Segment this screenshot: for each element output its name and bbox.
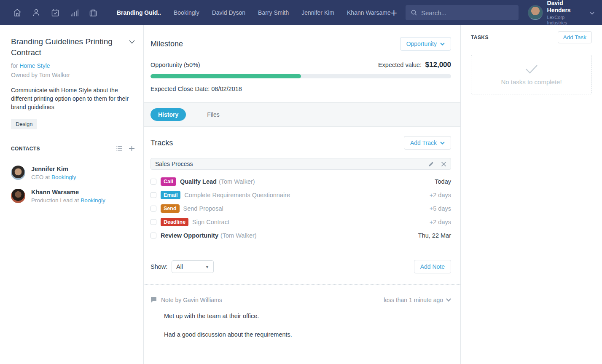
task-badge-send: Send [161, 204, 180, 213]
task-title[interactable]: Sign Contract [192, 219, 229, 225]
track-task-row: Send Send Proposal +5 days [150, 202, 451, 215]
task-badge-deadline: Deadline [161, 218, 188, 226]
remove-track-close-icon[interactable] [441, 161, 446, 167]
expected-close-date: Expected Close Date: 08/02/2018 [150, 86, 451, 92]
note-timestamp[interactable]: less than 1 minute ago [384, 297, 451, 303]
reports-icon[interactable] [69, 8, 79, 18]
contact-avatar [11, 166, 25, 180]
add-contact-icon[interactable] [129, 145, 135, 152]
nav-tab-jennifer-kim[interactable]: Jennifer Kim [301, 9, 334, 16]
contact-row-khann[interactable]: Khann Warsame Production Lead at Booking… [11, 189, 135, 203]
tasks-label: TASKS [471, 35, 558, 40]
tag-design[interactable]: Design [11, 119, 37, 129]
contacts-icon[interactable] [31, 8, 41, 18]
task-checkbox[interactable] [150, 219, 156, 225]
contact-company-link[interactable]: Bookingly [51, 174, 76, 180]
add-note-button[interactable]: Add Note [414, 260, 451, 273]
tab-history[interactable]: History [150, 108, 186, 121]
history-files-tabbar: History Files [144, 102, 460, 127]
task-badge-email: Email [161, 191, 180, 199]
show-filter-label: Show: [150, 263, 167, 270]
nav-tab-branding[interactable]: Branding Guid.. [117, 9, 161, 16]
nav-tab-barry-smith[interactable]: Barry Smith [258, 9, 289, 16]
history-feed: Note by Gavin Williams less than 1 minut… [144, 284, 460, 339]
task-title[interactable]: Complete Requirements Questionnaire [184, 192, 290, 198]
at-text: at [74, 197, 79, 203]
top-navbar: Branding Guid.. Bookingly David Dyson Ba… [0, 0, 602, 25]
task-owner: (Tom Walker) [220, 232, 257, 239]
cases-icon[interactable] [88, 8, 98, 18]
task-checkbox[interactable] [150, 233, 156, 238]
contacts-list-view-icon[interactable] [116, 146, 123, 152]
task-checkbox[interactable] [150, 206, 156, 211]
task-checkbox[interactable] [150, 192, 156, 198]
note-body: Met up with the team at their office. Ha… [164, 312, 451, 339]
collapse-chevron-down-icon[interactable] [129, 38, 135, 46]
contact-row-jennifer[interactable]: Jennifer Kim CEO at Bookingly [11, 166, 135, 180]
milestone-stage-button[interactable]: Opportunity [400, 37, 451, 51]
history-filter-row: Show: All ▼ Add Note [150, 260, 451, 284]
contact-role: CEO at Bookingly [31, 174, 76, 180]
show-filter-value: All [176, 263, 205, 270]
user-avatar [528, 5, 543, 20]
milestone-heading: Milestone [150, 40, 183, 48]
contacts-label: CONTACTS [11, 146, 110, 152]
contact-name: Khann Warsame [31, 189, 105, 195]
task-owner: (Tom Walker) [219, 178, 255, 185]
opportunity-title: Branding Guidelines Printing Contract [11, 36, 129, 58]
at-text: at [45, 174, 50, 180]
tab-files[interactable]: Files [199, 108, 227, 121]
user-name: David Henders [547, 0, 584, 14]
app-window: Branding Guid.. Bookingly David Dyson Ba… [0, 0, 602, 364]
nav-tabs: Branding Guid.. Bookingly David Dyson Ba… [117, 9, 391, 16]
task-due-date: +2 days [430, 192, 451, 198]
milestone-progress-fill [150, 74, 301, 78]
opportunity-owner: Owned by Tom Walker [11, 72, 135, 78]
user-menu[interactable]: David Henders LexCorp Industries [528, 0, 594, 26]
task-title[interactable]: Qualify Lead [180, 178, 217, 185]
note-paragraph: Had a good discussion about the requirem… [164, 330, 451, 339]
check-icon [524, 64, 539, 74]
calendar-icon[interactable] [50, 8, 60, 18]
task-due-date: Today [435, 178, 451, 185]
tasks-empty-message: No tasks to complete! [501, 78, 562, 86]
user-menu-chevron-down-icon[interactable] [590, 9, 594, 16]
nav-tab-david-dyson[interactable]: David Dyson [212, 9, 245, 16]
nav-icon-group [0, 8, 98, 18]
nav-tab-bookingly[interactable]: Bookingly [174, 9, 199, 16]
for-label: for [11, 62, 18, 69]
company-link[interactable]: Home Style [19, 62, 50, 69]
note-icon [150, 297, 157, 303]
edit-track-pencil-icon[interactable] [428, 161, 434, 167]
user-company: LexCorp Industries [547, 15, 584, 26]
nav-tab-khann-warsame[interactable]: Khann Warsame [347, 9, 391, 16]
user-identity: David Henders LexCorp Industries [547, 0, 584, 26]
role-text: Production Lead [31, 197, 73, 203]
task-checkbox[interactable] [150, 179, 156, 185]
select-caret-down-icon: ▼ [205, 265, 209, 269]
contact-company-link[interactable]: Bookingly [81, 197, 105, 203]
chevron-down-icon [440, 43, 445, 46]
home-icon[interactable] [12, 8, 22, 18]
role-text: CEO [31, 174, 43, 180]
stage-percent-label: Opportunity (50%) [150, 62, 200, 68]
note-author: Note by Gavin Williams [161, 297, 384, 303]
expected-value-label: Expected value: [378, 62, 422, 68]
task-due-date: Thu, 22 Mar [418, 232, 451, 239]
opportunity-description: Communicate with Home Style about the di… [11, 86, 135, 111]
opportunity-sidebar: Branding Guidelines Printing Contract fo… [0, 25, 144, 364]
track-task-row: Call Qualify Lead (Tom Walker) Today [150, 175, 451, 188]
task-title[interactable]: Send Proposal [183, 205, 223, 212]
add-task-button[interactable]: Add Task [558, 31, 592, 43]
search-input[interactable] [421, 9, 513, 16]
task-due-date: +5 days [430, 205, 451, 212]
add-note-label: Add Note [420, 263, 445, 270]
task-title[interactable]: Review Opportunity [161, 232, 218, 239]
nav-right-cluster: + David Henders LexCorp Industries [391, 0, 602, 26]
note-chevron-down-icon [446, 298, 451, 302]
show-filter-select[interactable]: All ▼ [172, 260, 214, 273]
contact-name: Jennifer Kim [31, 166, 76, 172]
search-icon [411, 9, 417, 16]
add-tab-button[interactable]: + [391, 7, 397, 18]
add-track-button[interactable]: Add Track [404, 136, 451, 150]
